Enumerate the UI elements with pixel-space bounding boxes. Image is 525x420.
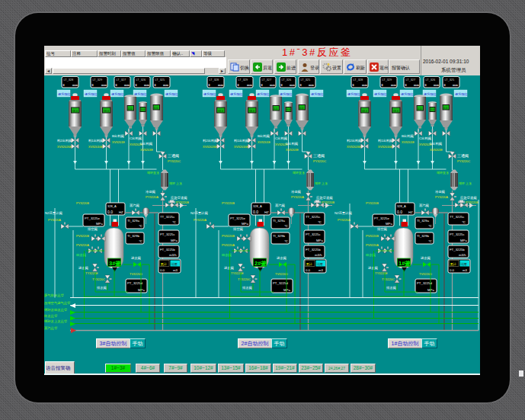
svg-text:废气排放总管: 废气排放总管 (44, 293, 64, 297)
svg-text:循环水上水总管: 循环水上水总管 (44, 319, 68, 323)
svg-text:蒸汽总管: 蒸汽总管 (44, 326, 58, 330)
svg-text:2#釜: 2#釜 (254, 260, 267, 267)
svg-text:3#釜: 3#釜 (109, 260, 121, 267)
svg-text:压缩空气进气总管: 压缩空气进气总管 (44, 301, 71, 305)
svg-text:1#釜: 1#釜 (399, 260, 411, 267)
svg-text:给水总管: 给水总管 (44, 314, 58, 318)
svg-text:循环水回水总管: 循环水回水总管 (44, 308, 68, 312)
